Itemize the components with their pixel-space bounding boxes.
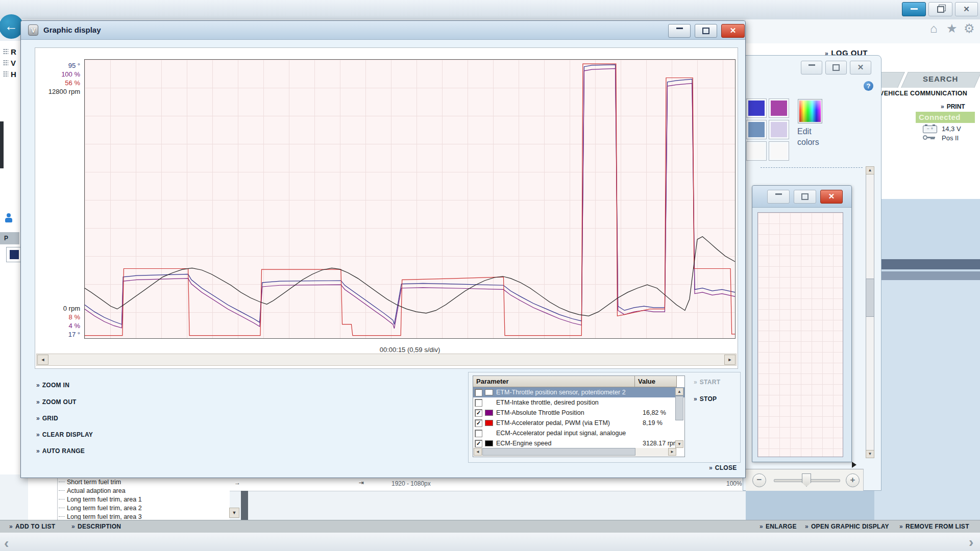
grid-button[interactable]: GRID [36, 414, 58, 422]
app-header-strip-right [746, 19, 980, 43]
os-restore-button[interactable] [928, 2, 952, 16]
win3-close-button[interactable]: ✕ [820, 190, 843, 204]
scroll-up-button[interactable]: ▲ [866, 166, 874, 174]
button-label: CLOSE [715, 464, 737, 471]
scroll-left-button[interactable]: ◄ [37, 355, 48, 365]
palette-swatch[interactable] [746, 98, 767, 118]
palette-swatch[interactable] [746, 141, 767, 161]
key-icon [923, 135, 936, 141]
palette-swatch[interactable] [769, 141, 789, 161]
checkbox[interactable]: ✓ [475, 409, 482, 417]
checkbox[interactable] [475, 430, 482, 437]
axis-label: 100 % [35, 70, 80, 79]
tree-item[interactable]: Long term fuel trim, area 1 [57, 495, 230, 504]
add-to-list-button[interactable]: ADD TO LIST [9, 523, 55, 530]
palette-swatch[interactable] [769, 120, 789, 139]
zoom-out-circle-button[interactable]: − [752, 473, 766, 487]
parameter-table: Parameter Value ETM-Throttle position se… [473, 375, 685, 457]
scroll-down-button[interactable]: ▼ [675, 440, 683, 448]
win3-maximize-button[interactable] [794, 190, 816, 204]
scroll-left-button[interactable]: ◄ [474, 448, 482, 456]
zoom-percent-text: 100% [726, 480, 742, 487]
dialog-close-button[interactable]: ✕ [850, 61, 871, 74]
scrollbar-thumb[interactable] [482, 448, 635, 456]
color-swatch[interactable] [10, 250, 19, 259]
tree-item[interactable]: Short term fuel trim [57, 478, 230, 486]
enlarge-button[interactable]: ENLARGE [760, 523, 797, 530]
tree-item[interactable]: Long term fuel trim, area 2 [57, 504, 230, 512]
table-vertical-scrollbar[interactable]: ▲ ▼ [675, 388, 684, 449]
checkbox[interactable]: ✓ [475, 419, 482, 427]
print-button[interactable]: PRINT [941, 103, 965, 110]
zoom-in-circle-button[interactable]: + [846, 473, 860, 487]
zoom-out-button[interactable]: ZOOM OUT [36, 398, 77, 406]
palette-swatch[interactable] [769, 98, 789, 118]
person-icon[interactable] [5, 213, 13, 223]
checkbox[interactable]: ✓ [475, 440, 482, 447]
pager-bar: ‹ › [0, 533, 980, 551]
sidebar-item-r[interactable]: R [3, 47, 16, 56]
dialog-maximize-button[interactable] [825, 61, 847, 74]
tree-item-label: Long term fuel trim, area 3 [67, 513, 142, 520]
gear-icon[interactable]: ⚙ [964, 22, 975, 35]
scrollbar-thumb[interactable] [675, 396, 683, 420]
open-graphic-display-button[interactable]: OPEN GRAPHIC DISPLAY [805, 523, 889, 530]
scroll-right-button[interactable]: ► [668, 448, 676, 456]
remove-from-list-button[interactable]: REMOVE FROM LIST [899, 523, 969, 530]
home-icon[interactable]: ⌂ [930, 22, 938, 35]
gd-minimize-button[interactable] [668, 24, 691, 38]
start-button[interactable]: START [694, 378, 720, 386]
graphic-display-title-bar[interactable] [21, 21, 745, 40]
gd-maximize-button[interactable] [695, 24, 717, 38]
os-close-button[interactable]: ✕ [955, 2, 978, 16]
table-horizontal-scrollbar[interactable]: ◄ ► [474, 448, 676, 456]
scrollbar-thumb[interactable] [866, 279, 874, 317]
zoom-in-button[interactable]: ZOOM IN [36, 381, 69, 389]
scrollbar-thumb[interactable] [241, 491, 248, 520]
close-button[interactable]: CLOSE [709, 464, 737, 472]
table-row[interactable]: ETM-Throttle position sensor, potentiome… [473, 387, 684, 397]
stop-button[interactable]: STOP [694, 395, 717, 403]
palette-swatch[interactable] [746, 120, 767, 139]
sidebar-item-v[interactable]: V [3, 58, 16, 67]
scroll-up-button[interactable]: ▲ [675, 388, 683, 395]
y-axis-bottom-labels: 0 rpm 8 % 4 % 17 ° [35, 304, 80, 339]
table-row[interactable]: ✓ECM-Engine speed3128.17 rpm [473, 438, 684, 448]
gd-close-button[interactable]: ✕ [721, 24, 745, 38]
clear-display-button[interactable]: CLEAR DISPLAY [36, 431, 93, 439]
dashed-separator [761, 167, 863, 168]
checkbox[interactable] [475, 389, 482, 396]
minimize-icon [911, 8, 918, 10]
help-icon[interactable]: ? [864, 81, 873, 91]
rainbow-swatch[interactable] [798, 99, 822, 123]
tree-item[interactable]: Actual adaption area [57, 486, 230, 495]
table-row[interactable]: ECM-Accelerator pedal input signal, anal… [473, 428, 684, 438]
tree-item-label: Short term fuel trim [67, 479, 121, 486]
sidebar-item-h[interactable]: H [3, 69, 16, 79]
chevron-icon [694, 379, 697, 386]
tree-item[interactable]: Long term fuel trim, area 3 [57, 512, 230, 520]
minimize-icon [808, 64, 815, 66]
table-row[interactable]: ETM-Intake throttle, desired position [473, 397, 684, 408]
chart-horizontal-scrollbar[interactable]: ◄ ► [36, 354, 737, 366]
os-minimize-button[interactable] [902, 2, 926, 16]
checkbox[interactable] [475, 399, 482, 407]
table-row[interactable]: ✓ETM-Absolute Throttle Position16,82 % [473, 408, 684, 418]
star-icon[interactable]: ★ [946, 22, 958, 35]
table-row[interactable]: ✓ETM-Accelerator pedal, PWM (via ETM)8,1… [473, 418, 684, 428]
scroll-right-button[interactable]: ► [724, 355, 736, 365]
axis-label: 17 ° [35, 330, 80, 339]
description-button[interactable]: DESCRIPTION [71, 523, 121, 530]
edit-colors-button[interactable]: Edit colors [797, 126, 819, 147]
scroll-down-button[interactable]: ▼ [229, 508, 239, 518]
zoom-slider-thumb[interactable] [802, 473, 811, 487]
dialog-minimize-button[interactable] [801, 61, 822, 74]
graphic-display-window: V Graphic display ✕ 95 ° 100 % 56 % 1280… [20, 20, 746, 478]
win3-minimize-button[interactable] [767, 190, 790, 204]
button-label: AUTO RANGE [42, 447, 85, 455]
expand-arrow-icon[interactable] [852, 462, 856, 468]
auto-range-button[interactable]: AUTO RANGE [36, 447, 85, 455]
pager-left-icon[interactable]: ‹ [4, 536, 9, 551]
pager-right-icon[interactable]: › [969, 535, 973, 550]
scroll-down-button[interactable]: ▼ [866, 450, 874, 458]
